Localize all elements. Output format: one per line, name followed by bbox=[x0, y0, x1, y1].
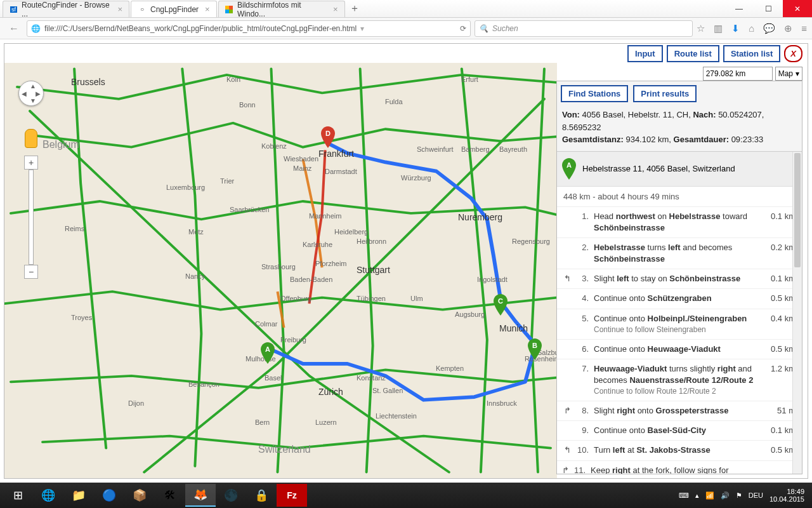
station-list-button[interactable]: Station list bbox=[723, 45, 780, 62]
search-field[interactable]: 🔍 Suchen bbox=[475, 20, 693, 37]
direction-step[interactable]: 1.Head northwest on Hebelstrasse toward … bbox=[557, 207, 801, 238]
taskbar-eclipse-icon[interactable]: 🌑 bbox=[216, 484, 246, 507]
step-instruction: Turn left at St. Jakobs-Strasse bbox=[594, 444, 757, 456]
tab-close-icon[interactable]: × bbox=[333, 4, 338, 14]
maximize-button[interactable]: ☐ bbox=[754, 0, 783, 17]
tray-language[interactable]: DEU bbox=[749, 491, 763, 499]
direction-step[interactable]: 2.Hebelstrasse turns left and becomes Sc… bbox=[557, 238, 801, 269]
direction-step[interactable]: ↰3.Slight left to stay on Schönbeinstras… bbox=[557, 269, 801, 289]
home-icon[interactable]: ⌂ bbox=[749, 23, 754, 34]
step-instruction: Keep right at the fork, follow signs for… bbox=[591, 465, 800, 474]
browser-tab[interactable]: ○CngLpgFinder× bbox=[131, 1, 217, 17]
taskbar-filezilla-icon[interactable]: Fz bbox=[277, 484, 307, 507]
direction-step[interactable]: 6.Continue onto Heuwaage-Viadukt0.5 km bbox=[557, 340, 801, 359]
taskbar-ie-icon[interactable]: 🌐 bbox=[33, 484, 63, 507]
tab-close-icon[interactable]: × bbox=[117, 4, 122, 14]
map-city-label: Bern bbox=[255, 418, 270, 426]
route-origin[interactable]: A Hebelstrasse 11, 4056 Basel, Switzerla… bbox=[557, 152, 801, 187]
close-panel-button[interactable]: X bbox=[784, 45, 802, 62]
bookmark-star-icon[interactable]: ☆ bbox=[697, 23, 705, 34]
map-city-label: Bonn bbox=[239, 101, 256, 109]
map-controls: ▲ ▼ ◀ ▶ + − bbox=[18, 81, 44, 279]
zoom-slider[interactable] bbox=[29, 170, 34, 265]
scrollbar-thumb[interactable] bbox=[794, 153, 801, 267]
step-distance: 0.1 km bbox=[763, 425, 796, 436]
downloads-icon[interactable]: ⬇ bbox=[731, 23, 740, 34]
print-results-button[interactable]: Print results bbox=[633, 85, 697, 102]
taskbar-explorer-icon[interactable]: 📁 bbox=[63, 484, 94, 507]
zoom-out-button[interactable]: − bbox=[24, 265, 38, 279]
browser-tab[interactable]: sfRouteCngFinder - Browse ...× bbox=[3, 1, 129, 17]
maneuver-icon: ↱ bbox=[562, 405, 572, 417]
step-number: 9. bbox=[577, 425, 589, 436]
total-distance-label: Gesamtdistanz: bbox=[562, 135, 624, 144]
new-tab-button[interactable]: ＋ bbox=[346, 0, 363, 17]
pan-right-icon[interactable]: ▶ bbox=[36, 90, 41, 97]
maneuver-icon bbox=[562, 242, 572, 265]
map-canvas[interactable]: ▲ ▼ ◀ ▶ + − ABCDBelgiumSwitzerlandBrusse… bbox=[4, 63, 557, 478]
direction-step[interactable]: ↱8.Slight right onto Grosspeterstrasse51… bbox=[557, 401, 801, 421]
reload-icon[interactable]: ⟳ bbox=[460, 24, 466, 33]
direction-step[interactable]: 4.Continue onto Schützengraben0.5 km bbox=[557, 289, 801, 309]
total-duration-value: 09:23:33 bbox=[729, 135, 763, 144]
tray-clock[interactable]: 18:49 10.04.2015 bbox=[769, 488, 804, 503]
direction-step[interactable]: ↰10.Turn left at St. Jakobs-Strasse0.5 k… bbox=[557, 441, 801, 460]
tray-keyboard-icon[interactable]: ⌨ bbox=[679, 491, 689, 500]
map-city-label: St. Gallen bbox=[372, 387, 403, 394]
tray-network-icon[interactable]: 📶 bbox=[705, 491, 714, 500]
taskbar-lock-icon[interactable]: 🔒 bbox=[246, 484, 277, 507]
map-city-label: Munich bbox=[499, 323, 528, 333]
panel-scrollbar[interactable] bbox=[792, 152, 802, 474]
browser-tab[interactable]: Bildschirmfotos mit Windo...× bbox=[218, 1, 345, 17]
input-button[interactable]: Input bbox=[627, 45, 663, 62]
taskbar-virtualbox-icon[interactable]: 📦 bbox=[124, 484, 155, 507]
taskbar-firefox-icon[interactable]: 🦊 bbox=[185, 484, 216, 507]
url-field[interactable]: 🌐 file:///C:/Users/Bernd/NetBeans_work/C… bbox=[27, 20, 471, 37]
tray-time: 18:49 bbox=[769, 488, 804, 495]
map-city-label: Nancy bbox=[185, 272, 205, 280]
map-city-label: Dijon bbox=[128, 399, 144, 407]
map-city-label: Ingolstadt bbox=[477, 276, 508, 283]
direction-step[interactable]: ↱11.Keep right at the fork, follow signs… bbox=[557, 461, 801, 474]
find-stations-button[interactable]: Find Stations bbox=[561, 85, 628, 102]
start-button[interactable]: ⊞ bbox=[3, 484, 33, 507]
close-window-button[interactable]: ✕ bbox=[783, 0, 812, 17]
route-list-button[interactable]: Route list bbox=[667, 45, 719, 62]
map-marker-a[interactable]: A bbox=[261, 342, 275, 364]
map-city-label: Brussels bbox=[71, 77, 105, 87]
direction-step[interactable]: 7.Heuwaage-Viadukt turns slightly right … bbox=[557, 359, 801, 401]
step-number: 6. bbox=[577, 344, 589, 355]
streetview-pegman-icon[interactable] bbox=[25, 129, 37, 148]
distance-field[interactable] bbox=[703, 67, 773, 81]
menu-icon[interactable]: ≡ bbox=[801, 23, 807, 34]
minimize-button[interactable]: — bbox=[724, 0, 754, 17]
chat-icon[interactable]: 💬 bbox=[763, 23, 775, 34]
zoom-in-button[interactable]: + bbox=[24, 156, 38, 170]
map-marker-b[interactable]: B bbox=[528, 338, 542, 360]
taskbar-chrome-icon[interactable]: 🔵 bbox=[94, 484, 124, 507]
map-city-label: Belgium bbox=[43, 139, 79, 150]
reader-dropdown-icon[interactable]: ▾ bbox=[360, 24, 364, 33]
addons-icon[interactable]: ⊕ bbox=[784, 23, 792, 34]
back-button[interactable]: ← bbox=[5, 20, 23, 37]
pan-control[interactable]: ▲ ▼ ◀ ▶ bbox=[18, 81, 44, 106]
map-type-selector[interactable]: Map ▾ bbox=[775, 67, 802, 81]
direction-step[interactable]: 9.Continue onto Basel-Süd-City0.1 km bbox=[557, 421, 801, 441]
map-marker-c[interactable]: C bbox=[494, 294, 508, 316]
tab-close-icon[interactable]: × bbox=[205, 4, 210, 14]
direction-step[interactable]: 5.Continue onto Holbeinpl./Steinengraben… bbox=[557, 309, 801, 340]
pan-down-icon[interactable]: ▼ bbox=[30, 97, 36, 104]
reading-list-icon[interactable]: ▥ bbox=[714, 23, 723, 34]
tray-volume-icon[interactable]: 🔊 bbox=[721, 491, 730, 500]
maneuver-icon bbox=[562, 313, 572, 335]
map-city-label: Darmstadt bbox=[325, 168, 357, 175]
pan-up-icon[interactable]: ▲ bbox=[30, 83, 36, 90]
taskbar-tool-icon[interactable]: 🛠 bbox=[155, 484, 185, 507]
tray-flag-icon[interactable]: ⚑ bbox=[736, 491, 742, 500]
map-marker-d[interactable]: D bbox=[321, 126, 335, 148]
tray-chevron-icon[interactable]: ▴ bbox=[695, 491, 699, 500]
maneuver-icon bbox=[562, 344, 572, 355]
url-text: file:///C:/Users/Bernd/NetBeans_work/Cng… bbox=[44, 24, 357, 33]
directions-scroll[interactable]: A Hebelstrasse 11, 4056 Basel, Switzerla… bbox=[557, 152, 802, 474]
pan-left-icon[interactable]: ◀ bbox=[22, 90, 27, 97]
